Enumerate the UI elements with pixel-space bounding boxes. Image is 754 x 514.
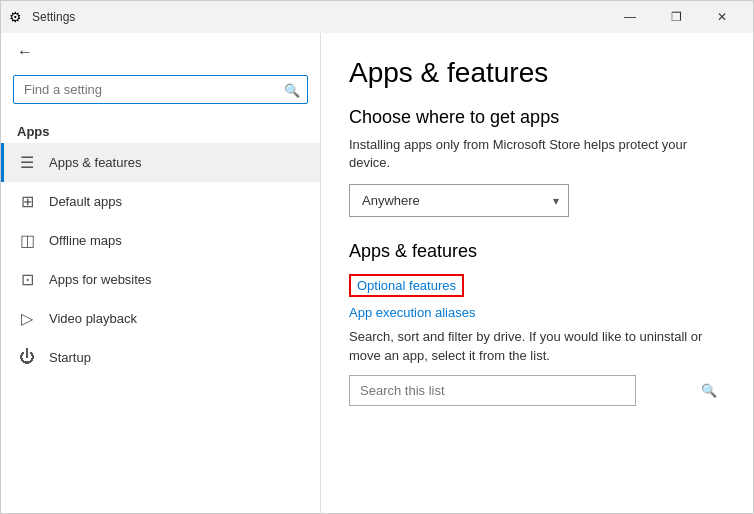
- sidebar-item-label-video-playback: Video playback: [49, 311, 137, 326]
- section1-description: Installing apps only from Microsoft Stor…: [349, 136, 725, 172]
- titlebar-left: ⚙ Settings: [9, 9, 75, 25]
- sidebar-item-default-apps[interactable]: ⊞ Default apps: [1, 182, 320, 221]
- titlebar: ⚙ Settings — ❐ ✕: [1, 1, 753, 33]
- settings-icon: ⚙: [9, 9, 22, 25]
- sidebar-section-label: Apps: [1, 116, 320, 143]
- section1-title: Choose where to get apps: [349, 107, 725, 128]
- video-playback-icon: ▷: [17, 309, 37, 328]
- search-list-icon: 🔍: [701, 383, 717, 398]
- source-dropdown[interactable]: Anywhere: [349, 184, 569, 217]
- back-arrow-icon: ←: [17, 43, 33, 61]
- search-input[interactable]: [13, 75, 308, 104]
- titlebar-controls: — ❐ ✕: [607, 1, 745, 33]
- close-button[interactable]: ✕: [699, 1, 745, 33]
- search-box-wrapper: 🔍: [349, 375, 725, 406]
- startup-icon: ⏻: [17, 348, 37, 366]
- apps-features-icon: ☰: [17, 153, 37, 172]
- offline-maps-icon: ◫: [17, 231, 37, 250]
- sidebar-item-label-default-apps: Default apps: [49, 194, 122, 209]
- sidebar-item-apps-websites[interactable]: ⊡ Apps for websites: [1, 260, 320, 299]
- dropdown-wrapper[interactable]: Anywhere ▾: [349, 184, 569, 217]
- titlebar-title: Settings: [32, 10, 75, 24]
- search-list-input[interactable]: [349, 375, 636, 406]
- app-execution-aliases-link[interactable]: App execution aliases: [349, 305, 725, 320]
- maximize-button[interactable]: ❐: [653, 1, 699, 33]
- back-button[interactable]: ←: [1, 33, 320, 71]
- minimize-button[interactable]: —: [607, 1, 653, 33]
- sidebar-item-apps-features[interactable]: ☰ Apps & features: [1, 143, 320, 182]
- sidebar: ← 🔍 Apps ☰ Apps & features ⊞ Default app…: [1, 33, 321, 513]
- optional-features-link[interactable]: Optional features: [349, 274, 464, 297]
- settings-window: ⚙ Settings — ❐ ✕ ← 🔍 Apps ☰ Apps & featu…: [0, 0, 754, 514]
- apps-websites-icon: ⊡: [17, 270, 37, 289]
- search-icon: 🔍: [284, 82, 300, 97]
- sidebar-item-video-playback[interactable]: ▷ Video playback: [1, 299, 320, 338]
- sidebar-search[interactable]: 🔍: [13, 75, 308, 104]
- sidebar-item-label-offline-maps: Offline maps: [49, 233, 122, 248]
- sidebar-item-startup[interactable]: ⏻ Startup: [1, 338, 320, 376]
- main-content: Apps & features Choose where to get apps…: [321, 33, 753, 513]
- window-content: ← 🔍 Apps ☰ Apps & features ⊞ Default app…: [1, 33, 753, 513]
- sidebar-item-label-apps-websites: Apps for websites: [49, 272, 152, 287]
- default-apps-icon: ⊞: [17, 192, 37, 211]
- sidebar-item-label-apps-features: Apps & features: [49, 155, 142, 170]
- page-title: Apps & features: [349, 57, 725, 89]
- sidebar-item-offline-maps[interactable]: ◫ Offline maps: [1, 221, 320, 260]
- search-description: Search, sort and filter by drive. If you…: [349, 328, 725, 364]
- section2-title: Apps & features: [349, 241, 725, 262]
- sidebar-item-label-startup: Startup: [49, 350, 91, 365]
